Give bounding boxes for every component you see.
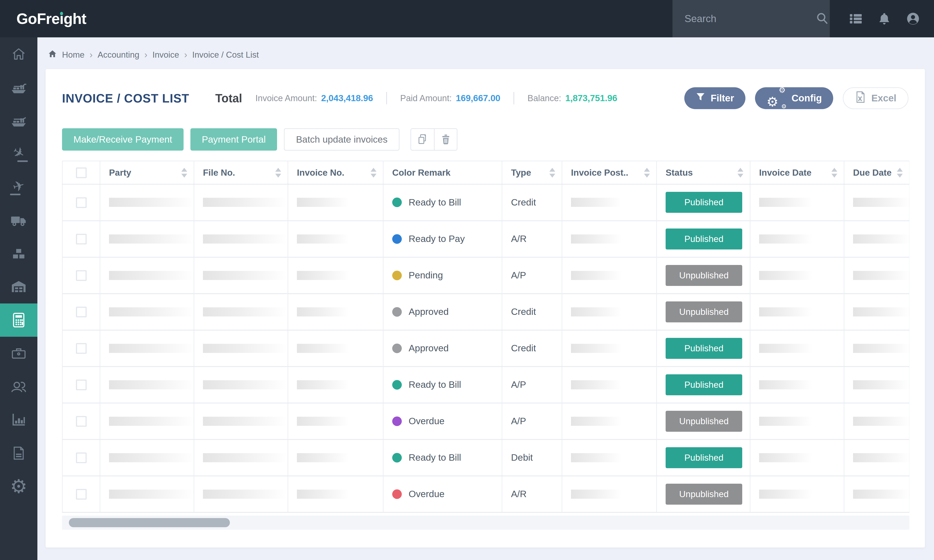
search-input[interactable] xyxy=(673,0,816,37)
select-all-header-cell xyxy=(62,161,100,184)
col-header-invoice-date[interactable]: Invoice Date xyxy=(750,161,844,184)
due-date-placeholder xyxy=(853,198,909,207)
file-no-placeholder xyxy=(203,234,287,243)
file-no-placeholder xyxy=(203,453,287,462)
row-checkbox[interactable] xyxy=(76,234,86,245)
sort-icon[interactable] xyxy=(644,168,650,177)
invoice-date-placeholder xyxy=(759,234,812,243)
color-remark-label: Approved xyxy=(409,343,449,354)
type-cell: A/P xyxy=(502,403,562,440)
status-badge: Published xyxy=(665,447,742,468)
page-title: INVOICE / COST LIST xyxy=(62,91,189,105)
sidebar-item-ship-import[interactable] xyxy=(0,71,37,104)
color-remark-label: Approved xyxy=(409,306,449,317)
sort-icon[interactable] xyxy=(181,168,187,177)
invoice-table: PartyFile No.Invoice No.Color RemarkType… xyxy=(62,161,909,530)
invoice-post-placeholder xyxy=(571,198,622,207)
sort-icon[interactable] xyxy=(738,168,743,177)
party-placeholder xyxy=(109,307,195,317)
search-icon[interactable] xyxy=(816,12,829,26)
sidebar-item-home[interactable] xyxy=(0,37,37,71)
config-button[interactable]: ⚙⚙⚙ Config xyxy=(755,87,833,109)
sidebar-item-briefcase[interactable] xyxy=(0,337,37,370)
horizontal-scrollbar[interactable] xyxy=(62,515,909,530)
copy-icon[interactable] xyxy=(411,129,434,150)
col-header-due-date[interactable]: Due Date xyxy=(844,161,909,184)
breadcrumb-current: Invoice / Cost List xyxy=(192,50,259,60)
trash-icon[interactable] xyxy=(434,129,457,150)
invoice-post-placeholder xyxy=(571,271,622,280)
col-header-invoice-post[interactable]: Invoice Post.. xyxy=(562,161,657,184)
sidebar-item-ship-export[interactable] xyxy=(0,104,37,137)
sidebar-item-truck[interactable] xyxy=(0,204,37,237)
sort-icon[interactable] xyxy=(371,168,377,177)
col-header-status[interactable]: Status xyxy=(657,161,750,184)
breadcrumb-invoice[interactable]: Invoice xyxy=(152,50,179,60)
summary-paid-amount: Paid Amount: 169,667.00 xyxy=(400,93,500,103)
breadcrumb-accounting[interactable]: Accounting xyxy=(97,50,139,60)
breadcrumb-home[interactable]: Home xyxy=(62,50,85,60)
row-checkbox[interactable] xyxy=(76,270,86,281)
sidebar-item-packages[interactable] xyxy=(0,237,37,270)
plane-departure-icon: ✈ xyxy=(11,178,26,195)
make-receive-payment-button[interactable]: Make/Receive Payment xyxy=(62,128,184,151)
user-icon[interactable] xyxy=(906,11,920,26)
row-checkbox[interactable] xyxy=(76,307,86,317)
invoice-no-placeholder xyxy=(297,234,349,243)
sidebar-item-contacts[interactable] xyxy=(0,370,37,403)
sort-icon[interactable] xyxy=(275,168,281,177)
batch-update-invoices-button[interactable]: Batch update invoices xyxy=(284,128,400,151)
row-checkbox[interactable] xyxy=(76,380,86,390)
sidebar-item-warehouse[interactable] xyxy=(0,270,37,303)
row-checkbox[interactable] xyxy=(76,197,86,208)
color-remark-dot xyxy=(392,343,402,353)
select-all-checkbox[interactable] xyxy=(76,168,86,178)
due-date-placeholder xyxy=(853,453,909,462)
excel-button[interactable]: Excel xyxy=(843,87,908,109)
main-content: Home › Accounting › Invoice › Invoice / … xyxy=(37,37,934,560)
file-no-placeholder xyxy=(203,489,287,499)
col-header-party[interactable]: Party xyxy=(100,161,194,184)
sidebar-item-plane-arrival[interactable]: ✈ xyxy=(0,137,37,171)
color-remark-label: Ready to Bill xyxy=(409,197,461,208)
sidebar-item-documents[interactable] xyxy=(0,437,37,470)
scrollbar-thumb[interactable] xyxy=(69,518,230,527)
col-header-file-no[interactable]: File No. xyxy=(194,161,288,184)
table-row: Overdue A/P Unpublished xyxy=(62,403,909,440)
sort-icon[interactable] xyxy=(549,168,555,177)
total-label: Total xyxy=(215,92,242,105)
sidebar-item-settings[interactable]: ⚙ xyxy=(0,470,37,503)
sidebar-item-plane-departure[interactable]: ✈ xyxy=(0,171,37,204)
invoice-date-placeholder xyxy=(759,453,812,462)
row-checkbox[interactable] xyxy=(76,489,86,500)
row-checkbox[interactable] xyxy=(76,416,86,427)
sidebar-item-accounting[interactable] xyxy=(0,303,37,337)
status-badge: Published xyxy=(665,338,742,359)
sort-icon[interactable] xyxy=(897,168,903,177)
row-checkbox[interactable] xyxy=(76,452,86,463)
file-no-placeholder xyxy=(203,380,287,389)
filter-button[interactable]: Filter xyxy=(684,87,746,109)
color-remark-label: Pending xyxy=(409,270,443,281)
type-cell: A/P xyxy=(502,257,562,294)
file-no-placeholder xyxy=(203,344,287,353)
sidebar-item-reports[interactable] xyxy=(0,403,37,437)
gofreight-logo[interactable]: GoFreıght xyxy=(16,10,86,27)
sort-icon[interactable] xyxy=(831,168,837,177)
col-header-type[interactable]: Type xyxy=(502,161,562,184)
invoice-post-placeholder xyxy=(571,344,622,353)
col-header-color-remark: Color Remark xyxy=(383,161,502,184)
list-icon[interactable] xyxy=(848,11,863,26)
status-badge: Unpublished xyxy=(665,302,742,322)
invoice-post-placeholder xyxy=(571,453,622,462)
color-remark-dot xyxy=(392,307,402,317)
global-search xyxy=(672,0,830,37)
bell-icon[interactable] xyxy=(877,11,892,26)
people-icon xyxy=(10,378,27,395)
row-checkbox[interactable] xyxy=(76,343,86,354)
gear-icon: ⚙ xyxy=(10,477,27,496)
payment-portal-button[interactable]: Payment Portal xyxy=(190,128,277,151)
home-breadcrumb-icon[interactable] xyxy=(48,49,57,60)
col-header-invoice-no[interactable]: Invoice No. xyxy=(288,161,383,184)
table-row: Approved Credit Unpublished xyxy=(62,294,909,330)
